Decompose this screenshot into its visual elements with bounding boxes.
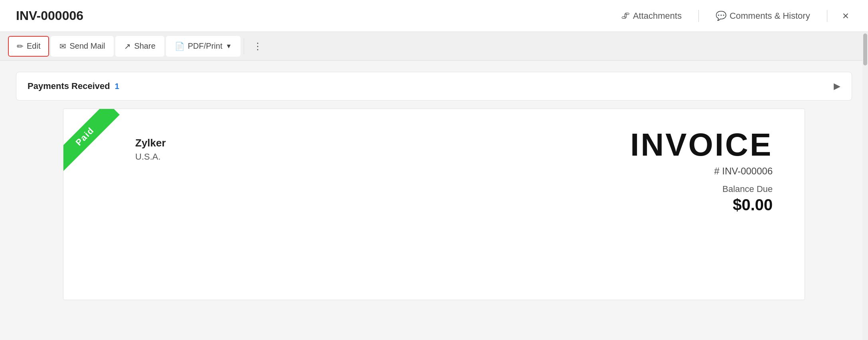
company-country: U.S.A. <box>135 152 166 162</box>
attachments-button[interactable]: 🖇 Attachments <box>616 8 687 24</box>
pdf-icon: 📄 <box>175 42 185 51</box>
payments-count-badge: 1 <box>115 82 119 91</box>
invoice-card: Paid Zylker U.S.A. INVOICE # INV-000006 … <box>63 109 805 300</box>
share-button[interactable]: ↗ Share <box>115 36 164 57</box>
invoice-title: INVOICE <box>630 129 773 161</box>
company-name: Zylker <box>135 137 166 149</box>
header-divider-1 <box>698 10 699 22</box>
invoice-title-block: INVOICE # INV-000006 Balance Due $0.00 <box>630 125 773 214</box>
payments-received-text: Payments Received <box>28 81 110 91</box>
toolbar-separator <box>244 38 244 54</box>
balance-due-label: Balance Due <box>630 184 773 194</box>
pdf-print-button[interactable]: 📄 PDF/Print ▼ <box>166 36 241 57</box>
more-options-button[interactable]: ⋮ <box>247 37 268 56</box>
share-label: Share <box>134 42 155 51</box>
edit-icon: ✏ <box>17 42 24 51</box>
invoice-area: Paid Zylker U.S.A. INVOICE # INV-000006 … <box>16 109 852 300</box>
share-icon: ↗ <box>124 42 131 51</box>
invoice-number: # INV-000006 <box>630 166 773 177</box>
attachments-label: Attachments <box>633 11 682 21</box>
mail-icon: ✉ <box>59 42 66 51</box>
payments-label-group: Payments Received 1 <box>28 81 119 91</box>
pdf-print-label: PDF/Print <box>188 42 223 51</box>
send-mail-label: Send Mail <box>69 42 105 51</box>
comments-label: Comments & History <box>730 11 810 21</box>
balance-due-amount: $0.00 <box>630 196 773 214</box>
invoice-header-row: Zylker U.S.A. INVOICE # INV-000006 Balan… <box>95 125 773 214</box>
invoice-id-title: INV-000006 <box>16 8 83 23</box>
header-divider-2 <box>827 10 827 22</box>
header: INV-000006 🖇 Attachments 💬 Comments & Hi… <box>0 0 868 32</box>
edit-label: Edit <box>27 42 40 51</box>
comments-history-button[interactable]: 💬 Comments & History <box>711 8 815 24</box>
scrollbar-thumb[interactable] <box>863 34 867 65</box>
pdf-dropdown-icon: ▼ <box>225 43 232 50</box>
payments-section: Payments Received 1 ▶ <box>16 72 852 101</box>
paperclip-icon: 🖇 <box>621 11 630 21</box>
scrollbar[interactable] <box>862 32 868 340</box>
header-actions: 🖇 Attachments 💬 Comments & History × <box>616 7 852 25</box>
close-button[interactable]: × <box>839 7 852 25</box>
comment-icon: 💬 <box>716 11 726 21</box>
invoice-company: Zylker U.S.A. <box>95 125 166 162</box>
toolbar: ✏ Edit ✉ Send Mail ↗ Share 📄 PDF/Print ▼… <box>0 32 868 61</box>
payments-expand-arrow[interactable]: ▶ <box>834 81 840 91</box>
send-mail-button[interactable]: ✉ Send Mail <box>51 36 114 57</box>
edit-button[interactable]: ✏ Edit <box>8 36 49 57</box>
